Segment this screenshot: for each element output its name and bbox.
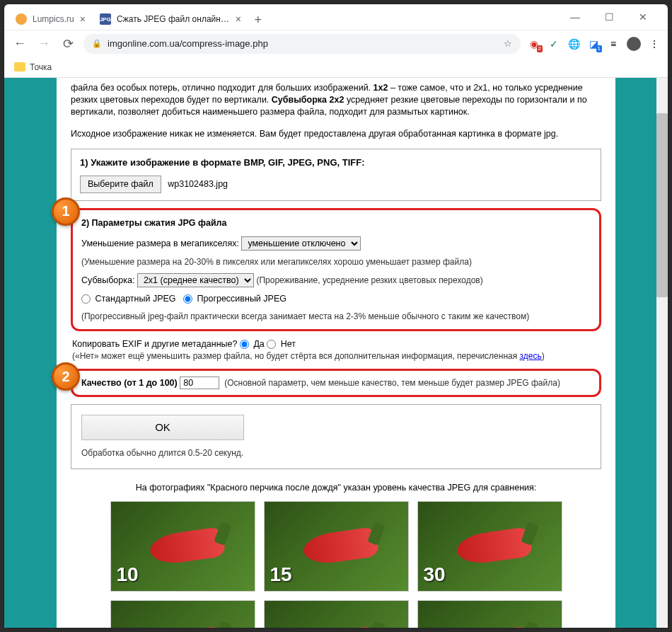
- marker-2: 2: [52, 362, 80, 391]
- step2-title: 2) Параметры сжатия JPG файла: [81, 217, 591, 229]
- mp-hint: (Уменьшение размера на 20-30% в пикселях…: [81, 256, 591, 268]
- ext-list-icon[interactable]: ≡: [607, 38, 620, 50]
- close-icon[interactable]: ×: [236, 13, 241, 25]
- page-content: файла без особых потерь, отлично подходи…: [57, 78, 615, 628]
- quality-input[interactable]: [180, 377, 219, 389]
- back-button[interactable]: ←: [11, 35, 28, 52]
- tab-lumpics[interactable]: Lumpics.ru ×: [8, 8, 93, 30]
- filename-label: wp3102483.jpg: [168, 179, 228, 189]
- tab-title: Lumpics.ru: [33, 14, 74, 24]
- ext-box-icon[interactable]: ◪1: [587, 38, 600, 50]
- source-note: Исходное изображение никак не изменяется…: [71, 122, 601, 149]
- quality-hint: (Основной параметр, чем меньше качество,…: [224, 378, 560, 388]
- close-button[interactable]: ✕: [632, 11, 654, 23]
- bookmarks-bar: Точка: [4, 57, 668, 78]
- sub-select[interactable]: 2x1 (среднее качество): [137, 273, 254, 287]
- ext-adblock-icon[interactable]: ◉2: [528, 38, 540, 50]
- step2-box: 1 2) Параметры сжатия JPG файла Уменьшен…: [71, 208, 601, 331]
- favicon: [16, 13, 27, 25]
- ok-area: OK Обработка обычно длится 0.5-20 секунд…: [71, 404, 601, 469]
- sample-thumb: [417, 600, 562, 628]
- radio-exif-no[interactable]: Нет: [267, 339, 296, 349]
- exif-label: Копировать EXIF и другие метаданные?: [72, 339, 237, 349]
- prog-hint: (Прогрессивный jpeg-файл практически все…: [81, 311, 591, 322]
- intro-text: файла без особых потерь, отлично подходи…: [71, 78, 601, 122]
- sample-thumb: [110, 600, 255, 628]
- ok-hint: Обработка обычно длится 0.5-20 секунд.: [81, 447, 591, 459]
- url-text: imgonline.com.ua/compress-image.php: [108, 38, 268, 49]
- bookmark-item[interactable]: Точка: [30, 62, 52, 72]
- address-bar[interactable]: 🔒 imgonline.com.ua/compress-image.php ☆: [83, 34, 521, 54]
- menu-icon[interactable]: ⋮: [648, 38, 661, 50]
- mp-select[interactable]: уменьшение отключено: [241, 236, 361, 251]
- titlebar: Lumpics.ru × JPG Сжать JPEG файл онлайн …: [4, 4, 668, 30]
- choose-file-button[interactable]: Выберите файл: [80, 176, 161, 193]
- folder-icon: [14, 62, 25, 71]
- ok-button[interactable]: OK: [81, 415, 244, 440]
- sample-thumb: 10: [110, 501, 255, 592]
- samples-caption: На фотографиях "Красного перчика после д…: [71, 482, 601, 494]
- quality-box: 2 Качество (от 1 до 100) (Основной парам…: [71, 369, 601, 397]
- step1-box: 1) Укажите изображение в формате BMP, GI…: [71, 149, 601, 201]
- profile-avatar[interactable]: [627, 37, 641, 51]
- radio-exif-yes[interactable]: Да: [240, 339, 265, 349]
- radio-progressive[interactable]: Прогрессивный JPEG: [183, 294, 286, 304]
- tab-imgonline[interactable]: JPG Сжать JPEG файл онлайн - IMG ×: [93, 8, 248, 30]
- sample-thumb: 15: [264, 501, 409, 592]
- sample-thumb: 30: [417, 501, 562, 592]
- lock-icon: 🔒: [92, 39, 102, 48]
- maximize-button[interactable]: ☐: [598, 11, 620, 23]
- new-tab-button[interactable]: +: [248, 10, 268, 30]
- reload-button[interactable]: ⟳: [59, 35, 76, 52]
- sub-label: Субвыборка:: [81, 275, 134, 285]
- forward-button[interactable]: →: [35, 35, 52, 52]
- ext-globe-icon[interactable]: 🌐: [567, 38, 580, 50]
- exif-link[interactable]: здесь: [520, 351, 542, 361]
- ext-check-icon[interactable]: ✓: [548, 38, 560, 50]
- mp-label: Уменьшение размера в мегапикселях:: [81, 239, 239, 248]
- favicon: JPG: [100, 13, 111, 25]
- step1-title: 1) Укажите изображение в формате BMP, GI…: [80, 156, 592, 169]
- star-icon[interactable]: ☆: [504, 38, 512, 49]
- radio-standard[interactable]: Стандартный JPEG: [81, 294, 176, 304]
- sub-hint: (Прореживание, усреднение резких цветовы…: [256, 275, 482, 285]
- sample-thumb: [264, 600, 409, 628]
- toolbar: ← → ⟳ 🔒 imgonline.com.ua/compress-image.…: [4, 30, 668, 57]
- scrollbar[interactable]: [656, 78, 668, 628]
- tab-title: Сжать JPEG файл онлайн - IMG: [117, 14, 230, 24]
- minimize-button[interactable]: —: [564, 11, 586, 23]
- close-icon[interactable]: ×: [80, 13, 86, 25]
- marker-1: 1: [52, 197, 80, 226]
- quality-label: Качество (от 1 до 100): [81, 378, 178, 388]
